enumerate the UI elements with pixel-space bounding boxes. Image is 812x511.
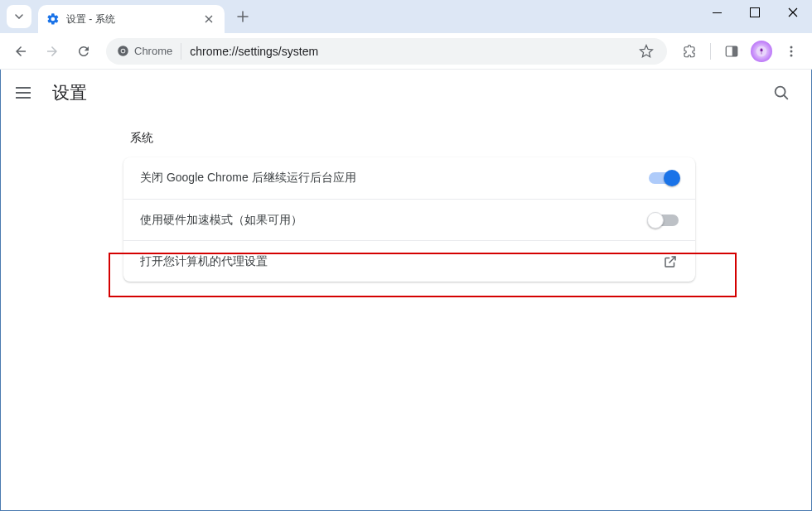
tab-close-button[interactable] (201, 12, 216, 27)
reload-button[interactable] (70, 37, 98, 65)
search-settings-button[interactable] (766, 78, 796, 108)
svg-point-8 (790, 54, 793, 56)
row-label: 使用硬件加速模式（如果可用） (140, 213, 302, 228)
section-label: 系统 (130, 131, 811, 146)
tab-search-button[interactable] (7, 5, 31, 28)
chrome-menu-button[interactable] (777, 37, 805, 65)
settings-card: 关闭 Google Chrome 后继续运行后台应用 使用硬件加速模式（如果可用… (123, 157, 695, 282)
chrome-icon (116, 45, 129, 58)
bookmark-star-button[interactable] (636, 41, 657, 62)
tab-title: 设置 - 系统 (66, 12, 201, 27)
svg-line-10 (784, 95, 787, 99)
settings-header: 设置 (1, 70, 811, 116)
svg-point-2 (121, 50, 124, 53)
external-link-icon (662, 253, 679, 270)
window-close-button[interactable] (774, 0, 812, 25)
back-button[interactable] (7, 37, 35, 65)
browser-tab-active[interactable]: 设置 - 系统 (38, 5, 225, 33)
row-open-proxy-settings[interactable]: 打开您计算机的代理设置 (123, 240, 695, 282)
extensions-button[interactable] (675, 37, 703, 65)
side-panel-button[interactable] (718, 37, 746, 65)
toggle-run-background-apps[interactable] (649, 172, 679, 184)
address-bar[interactable]: Chrome chrome://settings/system (106, 38, 667, 65)
window-controls (698, 0, 812, 33)
maximize-button[interactable] (736, 0, 774, 25)
url-text: chrome://settings/system (190, 45, 318, 58)
svg-point-7 (790, 50, 793, 52)
browser-toolbar: Chrome chrome://settings/system (0, 33, 812, 70)
page-title: 设置 (52, 81, 87, 104)
title-bar: 设置 - 系统 (0, 0, 812, 33)
avatar-icon (751, 41, 772, 62)
toggle-hardware-accel[interactable] (649, 215, 679, 226)
site-info-chip[interactable]: Chrome (116, 43, 181, 60)
gear-icon (46, 12, 60, 26)
profile-avatar-button[interactable] (747, 37, 776, 65)
chip-label: Chrome (134, 45, 172, 57)
new-tab-button[interactable] (231, 5, 254, 28)
row-label: 打开您计算机的代理设置 (140, 254, 268, 269)
page-content: 设置 系统 关闭 Google Chrome 后继续运行后台应用 使用硬件加速模… (0, 70, 812, 511)
separator (710, 43, 711, 60)
hamburger-menu-button[interactable] (16, 87, 36, 99)
row-run-background-apps: 关闭 Google Chrome 后继续运行后台应用 (123, 157, 695, 199)
row-label: 关闭 Google Chrome 后继续运行后台应用 (140, 171, 356, 186)
row-hardware-accel: 使用硬件加速模式（如果可用） (123, 199, 695, 240)
forward-button[interactable] (38, 37, 66, 65)
svg-point-6 (790, 46, 793, 48)
minimize-button[interactable] (698, 0, 736, 25)
svg-rect-4 (732, 46, 737, 56)
